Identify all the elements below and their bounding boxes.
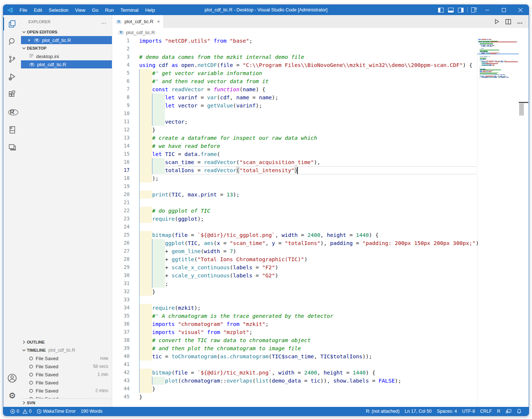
code-line[interactable]: 4using cdf as open.netCDF(file = "C:\\Pr… — [112, 61, 478, 69]
editor-more-actions-icon[interactable]: … — [517, 18, 523, 25]
code-line[interactable]: 44 } — [112, 385, 478, 393]
windows-icon[interactable] — [3, 139, 21, 156]
code-line[interactable]: 23 require(ggplot); — [112, 215, 478, 223]
close-button[interactable] — [512, 5, 529, 15]
code-line[interactable]: 18 ); — [112, 174, 478, 182]
code-line[interactable]: 8 let varinf = var(cdf, name = name); — [112, 93, 478, 102]
timeline-item[interactable]: File Saved — [21, 395, 112, 398]
menu-go[interactable]: Go — [89, 7, 102, 13]
code-line[interactable]: 42 bitmap(file = `${@dir}/tic_mzkit.png`… — [112, 369, 478, 377]
file-item-desktop-ini[interactable]: desktop.ini — [21, 52, 112, 60]
r-session-status[interactable]: R: (not attached) — [363, 407, 402, 416]
code-line[interactable]: 25 bitmap(file = `${@dir}/tic_ggplot.png… — [112, 231, 478, 239]
code-line[interactable]: 40 tic = toChromatogram(as.chromatogram(… — [112, 352, 478, 361]
code-line[interactable]: 36 imports "chromatogram" from "mzkit"; — [112, 320, 478, 328]
tab-close-icon[interactable]: × — [157, 19, 160, 24]
svn-header[interactable]: SVN — [21, 398, 112, 407]
code-line[interactable]: 3# demo data comes from the mzkit intern… — [112, 53, 478, 61]
explorer-icon[interactable] — [3, 15, 21, 33]
timeline-item[interactable]: File Saved2 mins — [21, 387, 112, 395]
search-icon[interactable] — [3, 33, 21, 50]
file-item-plot-cdf-tic[interactable]: plot_cdf_tic.R — [21, 60, 112, 68]
menu-edit[interactable]: Edit — [31, 7, 45, 13]
minimize-button[interactable] — [479, 5, 496, 15]
code-line[interactable]: 5 #' get vector variable information — [112, 69, 478, 77]
code-line[interactable]: 28 + ggtitle("Total Ions Chromatographic… — [112, 255, 478, 263]
code-line[interactable]: 35 #' A chromatogram is the trace genera… — [112, 312, 478, 320]
split-editor-icon[interactable] — [505, 19, 511, 24]
code-line[interactable]: 26 ggplot(TIC, aes(x = "scan_time", y = … — [112, 239, 478, 247]
code-line[interactable]: 10 — [112, 110, 478, 118]
maximize-button[interactable] — [496, 5, 512, 15]
folder-desktop-header[interactable]: DESKTOP — [21, 44, 112, 52]
code-line[interactable]: 43 plot(chromatogram::overlaps(list(demo… — [112, 377, 478, 385]
toggle-sidebar-icon[interactable] — [436, 5, 446, 15]
code-line[interactable]: 37 imports "visual" from "mzplot"; — [112, 328, 478, 336]
account-icon[interactable] — [3, 369, 21, 387]
code-line[interactable]: 20 print(TIC, max.print = 13); — [112, 191, 478, 199]
menu-terminal[interactable]: Terminal — [117, 7, 142, 13]
code-line[interactable]: 33 — [112, 296, 478, 304]
code-line[interactable]: 19 — [112, 182, 478, 191]
code-line[interactable]: 38 # convert the TIC raw data to chromat… — [112, 336, 478, 344]
code-line[interactable]: 13 # create a dataframe for inspect our … — [112, 134, 478, 142]
timeline-item[interactable]: File Savednow — [21, 354, 112, 362]
code-line[interactable]: 12 } — [112, 126, 478, 134]
settings-gear-icon[interactable]: ⚙ — [3, 387, 21, 405]
code-line[interactable]: 39 # and then plot the chromatogram to i… — [112, 344, 478, 352]
run-debug-icon[interactable] — [3, 68, 21, 86]
tab-plot-cdf-tic[interactable]: plot_cdf_tic.R × — [112, 15, 164, 28]
notebook-icon[interactable] — [3, 121, 21, 139]
scrollbar-thumb[interactable] — [519, 103, 524, 116]
code-line[interactable]: 2 — [112, 45, 478, 53]
source-control-icon[interactable] — [3, 50, 21, 68]
code-line[interactable]: 11 vector; — [112, 118, 478, 126]
r-extension-icon[interactable]: R — [3, 103, 21, 121]
encoding-status[interactable]: UTF-8 — [459, 407, 478, 416]
code-line[interactable]: 6 #' and then read vector data from it — [112, 77, 478, 85]
word-count-status[interactable]: 190 Words — [78, 407, 105, 416]
customize-layout-icon[interactable] — [469, 5, 479, 15]
cursor-position-status[interactable]: Ln 17, Col 50 — [402, 407, 434, 416]
code-line[interactable]: 45} — [112, 393, 478, 401]
code-line[interactable]: 29 + scale_x_continuous(labels = "F2") — [112, 263, 478, 271]
code-line[interactable]: 27 + geom_line(width = 7) — [112, 247, 478, 255]
close-editor-icon[interactable]: × — [26, 38, 32, 43]
code-line[interactable]: 24 — [112, 223, 478, 231]
code-line[interactable]: 15 let TIC = data.frame( — [112, 150, 478, 158]
code-line[interactable]: 34 require(mzkit); — [112, 304, 478, 312]
outline-header[interactable]: OUTLINE — [21, 338, 112, 346]
language-mode-status[interactable]: R — [494, 407, 503, 416]
code-line[interactable]: 1imports "netCDF.utils" from "base"; — [112, 37, 478, 45]
code-line[interactable]: 16 scan_time = readVector("scan_acquisit… — [112, 158, 478, 166]
open-editors-header[interactable]: OPEN EDITORS — [21, 28, 112, 36]
code-line[interactable]: 17 totalIons = readVector("total_intensi… — [112, 166, 478, 174]
problems-status[interactable]: 0 0 — [8, 407, 34, 416]
minimap[interactable] — [477, 37, 519, 407]
editor-scrollbar[interactable] — [519, 37, 529, 407]
menu-file[interactable]: File — [16, 7, 31, 13]
r-session-watcher-icon[interactable] — [503, 407, 514, 416]
code-line[interactable]: 9 let vector = getValue(varinf); — [112, 102, 478, 110]
eol-status[interactable]: CRLF — [478, 407, 494, 416]
menu-run[interactable]: Run — [102, 7, 117, 13]
menu-help[interactable]: Help — [142, 7, 158, 13]
run-file-icon[interactable] — [494, 19, 500, 24]
wakatime-status[interactable]: WakaTime Error — [34, 407, 78, 416]
toggle-panel-icon[interactable] — [446, 5, 456, 15]
menu-view[interactable]: View — [72, 7, 89, 13]
timeline-header[interactable]: TIMELINE plot_cdf_tic.R — [21, 346, 112, 354]
code-line[interactable]: 22 # do ggplot of TIC — [112, 207, 478, 215]
code-line[interactable]: 30 + scale_y_continuous(labels = "G2") — [112, 271, 478, 280]
timeline-item[interactable]: File Saved1 min — [21, 370, 112, 379]
code-line[interactable]: 14 # we have read before — [112, 142, 478, 150]
explorer-more-actions-icon[interactable]: … — [101, 18, 107, 25]
code-line[interactable]: 32 } — [112, 288, 478, 296]
menu-selection[interactable]: Selection — [45, 7, 71, 13]
code-line[interactable]: 41 — [112, 361, 478, 369]
code-line[interactable]: 7 const readVector = function(name) { — [112, 85, 478, 93]
code-line[interactable]: 31 ; — [112, 280, 478, 288]
indentation-status[interactable]: Spaces: 4 — [434, 407, 459, 416]
extensions-icon[interactable] — [3, 86, 21, 103]
breadcrumb[interactable]: plot_cdf_tic.R — [112, 28, 529, 37]
